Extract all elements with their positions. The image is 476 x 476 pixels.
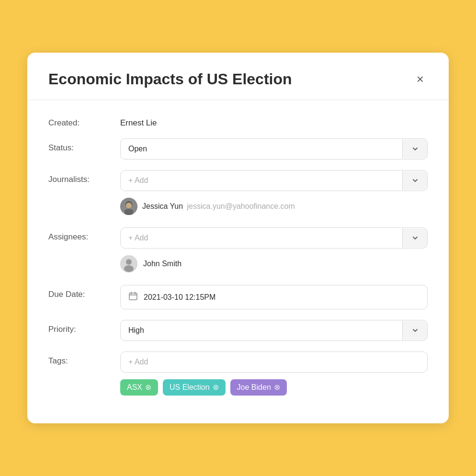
tags-add-placeholder: + Add (128, 358, 148, 366)
priority-value: High (121, 320, 402, 340)
assignees-add-placeholder: + Add (121, 228, 402, 248)
tag-joe-biden-remove-icon[interactable]: ⊗ (274, 384, 280, 391)
tag-joe-biden-label: Joe Biden (237, 383, 271, 392)
journalist-email: jessica.yun@yahoofinance.com (187, 202, 295, 210)
svg-point-9 (124, 265, 134, 272)
assignees-row: Assignees: + Add (48, 227, 428, 274)
created-content: Ernest Lie (120, 113, 428, 128)
svg-point-5 (126, 203, 132, 208)
status-chevron-icon (402, 139, 427, 159)
journalists-label: Journalists: (48, 170, 120, 184)
svg-rect-10 (129, 293, 137, 300)
modal: Economic Impacts of US Election × Create… (27, 53, 449, 423)
due-date-content: 2021-03-10 12:15PM (120, 285, 428, 309)
journalist-item: Jessica Yun jessica.yun@yahoofinance.com (120, 196, 428, 217)
assignee-name: John Smith (143, 260, 181, 268)
due-date-picker[interactable]: 2021-03-10 12:15PM (120, 285, 428, 309)
tag-asx-label: ASX (127, 383, 142, 392)
tags-row: Tags: + Add ASX ⊗ US Election ⊗ Joe Bide… (48, 351, 428, 396)
priority-select[interactable]: High (120, 320, 428, 341)
priority-row: Priority: High (48, 320, 428, 341)
journalists-add-placeholder: + Add (121, 170, 402, 191)
journalists-add-control[interactable]: + Add (120, 170, 428, 191)
created-value: Ernest Lie (120, 113, 428, 128)
tags-list: ASX ⊗ US Election ⊗ Joe Biden ⊗ (120, 379, 428, 396)
tag-asx-remove-icon[interactable]: ⊗ (145, 384, 151, 391)
modal-title: Economic Impacts of US Election (48, 70, 292, 88)
close-button[interactable]: × (413, 71, 428, 87)
journalists-row: Journalists: + Add (48, 170, 428, 217)
journalists-chevron-icon (402, 171, 427, 190)
status-label: Status: (48, 138, 120, 153)
tag-us-election-remove-icon[interactable]: ⊗ (213, 384, 219, 391)
tags-add-input[interactable]: + Add (120, 351, 428, 373)
tag-joe-biden[interactable]: Joe Biden ⊗ (230, 379, 287, 396)
assignee-item: John Smith (120, 253, 428, 274)
modal-body: Created: Ernest Lie Status: Open (27, 100, 449, 423)
priority-chevron-icon (402, 321, 427, 340)
due-date-label: Due Date: (48, 285, 120, 299)
tag-us-election[interactable]: US Election ⊗ (163, 379, 226, 396)
assignee-avatar (120, 255, 137, 272)
tag-asx[interactable]: ASX ⊗ (120, 379, 158, 396)
modal-header: Economic Impacts of US Election × (27, 53, 449, 100)
assignees-label: Assignees: (48, 227, 120, 242)
status-select[interactable]: Open (120, 138, 428, 159)
created-row: Created: Ernest Lie (48, 113, 428, 128)
tag-us-election-label: US Election (170, 383, 210, 392)
journalist-info: Jessica Yun jessica.yun@yahoofinance.com (142, 202, 295, 211)
due-date-value: 2021-03-10 12:15PM (144, 293, 215, 302)
svg-point-8 (126, 259, 132, 265)
assignees-chevron-icon (402, 228, 427, 248)
journalists-content: + Add (120, 170, 428, 217)
tags-label: Tags: (48, 351, 120, 366)
priority-label: Priority: (48, 320, 120, 334)
status-content: Open (120, 138, 428, 159)
priority-content: High (120, 320, 428, 341)
avatar (120, 198, 137, 215)
due-date-row: Due Date: 2021-03-10 12:15PM (48, 285, 428, 309)
status-value: Open (121, 139, 402, 159)
calendar-icon (128, 291, 138, 303)
assignees-content: + Add John Smith (120, 227, 428, 274)
assignees-add-control[interactable]: + Add (120, 227, 428, 249)
journalist-name: Jessica Yun (142, 202, 183, 210)
created-label: Created: (48, 113, 120, 128)
status-row: Status: Open (48, 138, 428, 159)
tags-content: + Add ASX ⊗ US Election ⊗ Joe Biden ⊗ (120, 351, 428, 396)
